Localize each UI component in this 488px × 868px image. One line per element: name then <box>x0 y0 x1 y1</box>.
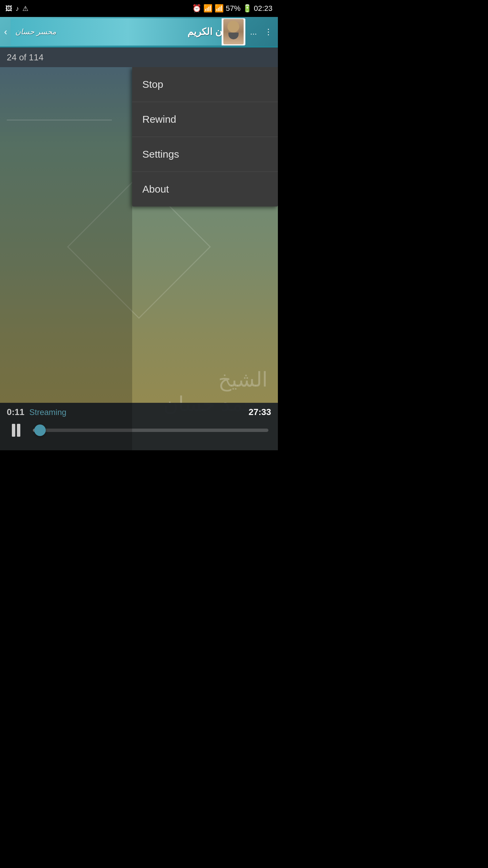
status-bar-right: ⏰ 📶 📶 57% 🔋 02:23 <box>192 4 272 13</box>
avatar-figure <box>223 19 244 44</box>
battery-icon: 🔋 <box>243 4 252 13</box>
menu-item-stop[interactable]: Stop <box>132 67 278 102</box>
battery-percent: 57% <box>226 4 241 13</box>
toolbar-actions: ... ⋮ <box>249 26 274 38</box>
watermark-line1: الشيخ <box>163 368 268 392</box>
toolbar: ‹ محسر حسان القرآن الكريم ... ⋮ <box>0 17 278 47</box>
status-bar-left: 🖼 ♪ ⚠ <box>5 4 28 13</box>
avatar-beard <box>228 33 239 39</box>
overflow-menu-button[interactable]: ⋮ <box>263 26 274 38</box>
menu-item-about[interactable]: About <box>132 172 278 206</box>
menu-item-settings[interactable]: Settings <box>132 137 278 172</box>
toolbar-signature: محسر حسان <box>15 27 56 36</box>
image-icon: 🖼 <box>5 5 12 13</box>
status-bar: 🖼 ♪ ⚠ ⏰ 📶 📶 57% 🔋 02:23 <box>0 0 278 17</box>
music-icon: ♪ <box>16 5 19 13</box>
back-button[interactable]: ‹ <box>4 26 7 37</box>
player-total-time: 27:33 <box>249 407 271 417</box>
toolbar-avatar <box>222 18 245 45</box>
dropdown-menu: Stop Rewind Settings About <box>132 67 278 206</box>
menu-overlay[interactable] <box>0 67 132 450</box>
warning-icon: ⚠ <box>22 4 28 13</box>
toolbar-banner: محسر حسان القرآن الكريم <box>11 18 245 45</box>
menu-item-rewind[interactable]: Rewind <box>132 102 278 137</box>
avatar-head <box>227 21 239 33</box>
clock: 02:23 <box>254 4 272 13</box>
signal-icon: 📶 <box>215 4 224 13</box>
more-dots-button[interactable]: ... <box>249 26 258 38</box>
alarm-icon: ⏰ <box>192 4 201 13</box>
sub-header: 24 of 114 <box>0 47 278 67</box>
wifi-icon: 📶 <box>203 4 212 13</box>
main-content: الشيخ محمد حسان Stop Rewind Settings Abo… <box>0 67 278 450</box>
page-counter: 24 of 114 <box>7 52 43 63</box>
